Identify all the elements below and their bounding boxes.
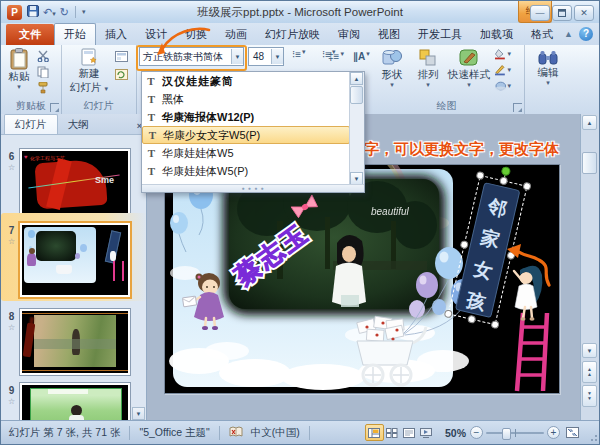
truetype-icon: T (145, 111, 158, 124)
new-slide-button[interactable]: 新建 幻灯片 ▾ (64, 48, 114, 95)
status-bar: 幻灯片 第 7 张, 共 71 张 "5_Office 主题" 中文(中国) 5… (1, 420, 599, 444)
previous-slide-button[interactable]: ▲▲ (582, 361, 597, 383)
paste-button[interactable]: 粘贴▾ (5, 48, 33, 90)
tab-addins[interactable]: 加载项 (471, 24, 522, 45)
slide-layout-icon[interactable] (113, 49, 129, 63)
editing-button[interactable]: 编辑▾ (532, 50, 564, 86)
window-title: 班级展示ppt.pptx - Microsoft PowerPoint (1, 1, 599, 23)
new-slide-icon (79, 48, 99, 67)
resize-grip[interactable] (587, 431, 597, 441)
thumbnail-list: 6☆ ♥ 化学工程与工艺 Sme 7☆ (1, 134, 146, 421)
cut-icon[interactable] (35, 49, 51, 63)
pane-tabs: 幻灯片 大纲 × (1, 114, 146, 135)
quick-styles-button[interactable]: 快速样式▾ (447, 48, 491, 88)
font-option[interactable]: T黑体 (142, 90, 350, 108)
font-option-selected[interactable]: T华康少女文字W5(P) (142, 126, 350, 144)
slide-canvas[interactable]: beautiful 蔡志玉 蔡志玉 (164, 164, 560, 394)
line-spacing-icon[interactable]: ‡≡▾ (328, 51, 344, 62)
reading-view-button[interactable] (401, 425, 418, 440)
font-name-dropdown-arrow[interactable]: ▼ (231, 49, 243, 64)
tab-format[interactable]: 格式 (522, 24, 562, 45)
shape-effects-icon[interactable]: ▾ (495, 79, 511, 93)
arrange-button[interactable]: 排列▾ (413, 48, 443, 88)
zoom-slider[interactable] (486, 427, 544, 439)
zoom-slider-thumb[interactable] (502, 428, 511, 440)
redo-button[interactable]: ↻ (60, 5, 69, 19)
drawing-dialog-launcher[interactable] (513, 103, 522, 112)
spellcheck-icon[interactable] (225, 426, 247, 440)
next-slide-button[interactable]: ▼▼ (582, 385, 597, 407)
tab-developer[interactable]: 开发工具 (409, 24, 471, 45)
shape-fill-icon[interactable]: ▾ (495, 47, 511, 61)
scroll-down-icon[interactable]: ▼ (582, 343, 597, 358)
tab-home[interactable]: 开始 (54, 23, 96, 45)
tab-review[interactable]: 审阅 (329, 24, 369, 45)
photo-girl (332, 235, 366, 307)
font-option[interactable]: T华康娃娃体W5 (142, 144, 350, 162)
tab-slides-pane[interactable]: 幻灯片 (4, 114, 58, 134)
photo-watermark: beautiful (371, 206, 410, 217)
zoom-in-button[interactable]: + (547, 426, 560, 439)
copy-icon[interactable] (35, 65, 51, 79)
ribbon-tab-row: 文件 开始 插入 设计 切换 动画 幻灯片放映 审阅 视图 开发工具 加载项 格… (1, 23, 599, 45)
arrange-icon (418, 48, 438, 68)
collapse-ribbon-icon[interactable]: ▲ (564, 29, 573, 39)
shapes-icon (381, 48, 403, 68)
font-option[interactable]: T华康海报体W12(P) (142, 108, 350, 126)
scrollbar-thumb[interactable] (582, 152, 597, 174)
dropdown-resize-grip[interactable]: ● ● ● ● (142, 184, 364, 192)
tab-view[interactable]: 视图 (369, 24, 409, 45)
qat-customize-icon[interactable]: ▾ (82, 9, 86, 15)
thumbnail-slide-7[interactable]: 7☆ (3, 223, 130, 297)
tab-transitions[interactable]: 切换 (176, 24, 216, 45)
clipboard-dialog-launcher[interactable] (50, 103, 59, 112)
save-icon[interactable] (27, 5, 39, 20)
zoom-out-button[interactable]: − (470, 426, 483, 439)
bullets-icon[interactable]: ⁝≡▾ (292, 49, 306, 60)
group-slides: 新建 幻灯片 ▾ 幻灯片 (61, 45, 137, 114)
animation-star-icon: ☆ (3, 323, 20, 332)
language-indicator[interactable]: 中文(中国) (247, 426, 304, 440)
font-size-combo[interactable]: 48 ▼ (248, 47, 284, 66)
slideshow-view-button[interactable] (418, 425, 435, 440)
close-button[interactable]: ✕ (574, 5, 594, 21)
thumbnail-slide-6[interactable]: 6☆ ♥ 化学工程与工艺 Sme (3, 149, 130, 215)
vertical-scrollbar[interactable]: ▲ ▼ ▲▲ ▼▼ (580, 114, 599, 421)
text-direction-icon[interactable]: ∥A▾ (353, 51, 370, 62)
shapes-button[interactable]: 形状▾ (377, 48, 407, 88)
scroll-up-icon[interactable]: ▲ (582, 115, 597, 130)
slide-sorter-view-button[interactable] (384, 425, 401, 440)
font-option[interactable]: T汉仪娃娃篆简 (142, 72, 350, 90)
group-editing: 编辑▾ (524, 45, 572, 114)
normal-view-button[interactable] (365, 424, 384, 441)
pane-scroll-down-icon[interactable]: ▼ (132, 407, 145, 420)
tab-insert[interactable]: 插入 (96, 24, 136, 45)
shape-outline-icon[interactable]: ▾ (495, 63, 511, 77)
paste-icon (10, 48, 29, 70)
font-option[interactable]: T华康娃娃体W5(P) (142, 162, 350, 180)
dropdown-scrollbar[interactable]: ▲ ▼ (349, 72, 364, 185)
find-binoculars-icon (538, 50, 558, 66)
help-button[interactable]: ? (579, 27, 593, 41)
undo-button[interactable]: ↶▾ (43, 5, 56, 19)
theme-name[interactable]: "5_Office 主题" (135, 426, 213, 440)
font-size-dropdown-arrow[interactable]: ▼ (271, 49, 283, 64)
tab-slideshow[interactable]: 幻灯片放映 (256, 24, 329, 45)
format-painter-icon[interactable] (35, 81, 51, 95)
thumbnail-slide-9[interactable]: 9☆ (3, 383, 130, 421)
qat-separator (75, 6, 76, 18)
reset-slide-icon[interactable] (113, 67, 129, 81)
tab-animations[interactable]: 动画 (216, 24, 256, 45)
fit-to-window-button[interactable] (564, 425, 581, 440)
heart-decoration: ♥ (24, 154, 28, 160)
dropdown-scroll-up-icon[interactable]: ▲ (350, 72, 363, 85)
tab-design[interactable]: 设计 (136, 24, 176, 45)
truetype-icon: T (145, 75, 158, 88)
restore-button[interactable] (552, 5, 572, 21)
minimize-button[interactable]: — (530, 5, 550, 21)
truetype-icon: T (145, 147, 158, 160)
thumbnail-slide-8[interactable]: 8☆ (3, 309, 130, 375)
tab-file[interactable]: 文件 (6, 24, 54, 45)
font-name-combo[interactable]: 方正铁筋隶书简体 ▼ (139, 47, 244, 66)
tab-outline-pane[interactable]: 大纲 (58, 115, 99, 134)
